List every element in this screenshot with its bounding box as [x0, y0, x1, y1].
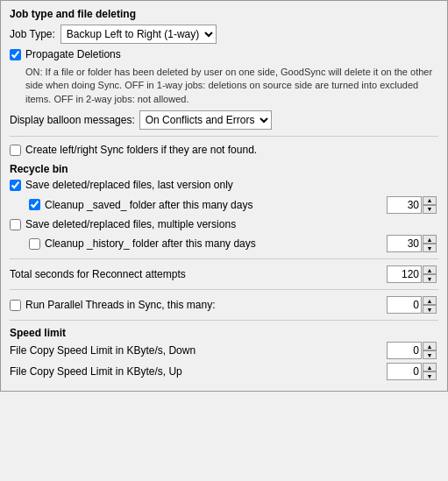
speed-down-spinner: 0 ▲ ▼ [387, 342, 437, 359]
job-type-row: Job Type: Backup Left to Right (1-way) S… [10, 25, 438, 44]
parallel-threads-up-btn[interactable]: ▲ [423, 296, 437, 305]
parallel-threads-down-btn[interactable]: ▼ [423, 305, 437, 314]
reconnect-spinner: 120 ▲ ▼ [387, 265, 437, 283]
job-type-label: Job Type: [10, 28, 55, 40]
cleanup-history-spinner: 30 ▲ ▼ [387, 235, 437, 252]
cleanup-history-down-btn[interactable]: ▼ [423, 244, 437, 252]
save-multiple-row: Save deleted/replaced files, multiple ve… [10, 217, 438, 232]
cleanup-saved-label: Cleanup _saved_ folder after this many d… [45, 199, 387, 211]
save-multiple-checkbox[interactable] [10, 219, 21, 230]
speed-down-row: File Copy Speed Limit in KByte/s, Down 0… [10, 342, 438, 359]
reconnect-row: Total seconds for Reconnect attempts 120… [10, 265, 438, 283]
main-panel: Job type and file deleting Job Type: Bac… [0, 0, 448, 392]
save-multiple-label: Save deleted/replaced files, multiple ve… [25, 217, 236, 232]
reconnect-up-btn[interactable]: ▲ [423, 265, 437, 274]
cleanup-history-spinner-buttons: ▲ ▼ [423, 235, 437, 252]
parallel-threads-label: Run Parallel Threads in Sync, this many: [25, 299, 387, 311]
parallel-threads-row: Run Parallel Threads in Sync, this many:… [10, 296, 438, 314]
cleanup-saved-row: Cleanup _saved_ folder after this many d… [29, 196, 438, 214]
divider-4 [10, 320, 438, 321]
parallel-threads-spinner: 0 ▲ ▼ [387, 296, 437, 314]
propagate-deletions-row: Propagate Deletions [10, 47, 438, 62]
recycle-bin-label: Recycle bin [10, 163, 438, 175]
speed-down-label: File Copy Speed Limit in KByte/s, Down [10, 344, 387, 357]
parallel-threads-checkbox[interactable] [10, 300, 21, 311]
speed-up-down-btn[interactable]: ▼ [423, 371, 437, 380]
cleanup-history-label: Cleanup _history_ folder after this many… [45, 237, 387, 250]
job-type-select[interactable]: Backup Left to Right (1-way) Sync Left t… [60, 25, 217, 44]
propagate-deletions-label: Propagate Deletions [25, 47, 121, 62]
section-title: Job type and file deleting [10, 8, 438, 20]
cleanup-history-input[interactable]: 30 [387, 235, 422, 252]
speed-down-spinner-buttons: ▲ ▼ [423, 342, 437, 359]
create-folders-checkbox[interactable] [10, 145, 21, 156]
create-folders-row: Create left/right Sync folders if they a… [10, 143, 438, 158]
speed-up-input[interactable]: 0 [387, 363, 422, 380]
cleanup-saved-spinner-buttons: ▲ ▼ [423, 196, 437, 214]
speed-up-row: File Copy Speed Limit in KByte/s, Up 0 ▲… [10, 363, 438, 380]
create-folders-label: Create left/right Sync folders if they a… [25, 143, 257, 158]
cleanup-history-checkbox[interactable] [29, 238, 40, 250]
speed-limit-label: Speed limit [10, 327, 438, 339]
speed-up-label: File Copy Speed Limit in KByte/s, Up [10, 365, 387, 378]
speed-down-input[interactable]: 0 [387, 342, 422, 359]
divider-3 [10, 289, 438, 290]
save-deleted-row: Save deleted/replaced files, last versio… [10, 178, 438, 193]
cleanup-saved-spinner: 30 ▲ ▼ [387, 196, 437, 214]
speed-up-up-btn[interactable]: ▲ [423, 363, 437, 371]
propagate-deletions-checkbox[interactable] [10, 49, 21, 60]
speed-up-spinner-buttons: ▲ ▼ [423, 363, 437, 380]
cleanup-saved-down-btn[interactable]: ▼ [423, 205, 437, 214]
reconnect-down-btn[interactable]: ▼ [423, 274, 437, 283]
reconnect-input[interactable]: 120 [387, 265, 422, 283]
speed-down-down-btn[interactable]: ▼ [423, 350, 437, 359]
divider-2 [10, 258, 438, 259]
speed-down-up-btn[interactable]: ▲ [423, 342, 437, 350]
save-deleted-label: Save deleted/replaced files, last versio… [25, 178, 233, 193]
cleanup-saved-input[interactable]: 30 [387, 196, 422, 214]
reconnect-spinner-buttons: ▲ ▼ [423, 265, 437, 283]
balloon-label: Display balloon messages: [10, 114, 135, 126]
propagate-deletions-description: ON: If a file or folder has been deleted… [25, 66, 438, 106]
cleanup-history-row: Cleanup _history_ folder after this many… [29, 235, 438, 252]
reconnect-label: Total seconds for Reconnect attempts [10, 268, 387, 280]
save-deleted-checkbox[interactable] [10, 180, 21, 191]
balloon-select[interactable]: On Conflicts and Errors Always Never [139, 110, 272, 130]
cleanup-saved-checkbox[interactable] [29, 199, 40, 210]
divider-1 [10, 136, 438, 137]
parallel-threads-input[interactable]: 0 [387, 296, 422, 314]
parallel-threads-spinner-buttons: ▲ ▼ [423, 296, 437, 314]
cleanup-saved-up-btn[interactable]: ▲ [423, 196, 437, 205]
cleanup-history-up-btn[interactable]: ▲ [423, 235, 437, 244]
speed-up-spinner: 0 ▲ ▼ [387, 363, 437, 380]
balloon-row: Display balloon messages: On Conflicts a… [10, 110, 438, 130]
